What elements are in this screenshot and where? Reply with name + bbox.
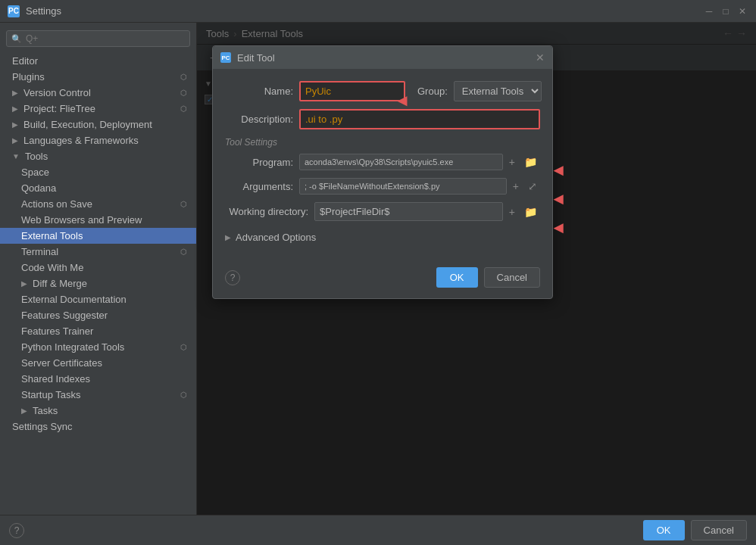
modal-help-button[interactable]: ?: [225, 270, 240, 285]
sidebar-item-label: External Tools: [21, 230, 83, 241]
sidebar-item-tasks[interactable]: ▶ Tasks: [0, 403, 196, 419]
external-icon: ⬡: [180, 104, 187, 113]
expand-arrow-icon: ▶: [21, 406, 27, 415]
working-dir-row: Working directory: + 📁: [225, 202, 540, 221]
external-icon: ⬡: [180, 200, 187, 208]
bottom-bar: ? OK Cancel: [0, 515, 756, 545]
sidebar-item-label: External Documentation: [21, 294, 127, 305]
expand-arrow-icon: ▶: [12, 120, 18, 129]
sidebar-item-diff-merge[interactable]: ▶ Diff & Merge: [0, 276, 196, 291]
sidebar-item-server-certificates[interactable]: Server Certificates: [0, 355, 196, 371]
sidebar-item-external-documentation[interactable]: External Documentation: [0, 291, 196, 307]
working-dir-input[interactable]: [314, 202, 503, 221]
sidebar-item-label: Code With Me: [21, 262, 83, 273]
sidebar-item-startup-tasks[interactable]: Startup Tasks ⬡: [0, 387, 196, 403]
sidebar-item-label: Python Integrated Tools: [21, 341, 124, 353]
external-icon: ⬡: [180, 248, 187, 256]
name-input[interactable]: [299, 81, 405, 101]
tool-settings-label: Tool Settings: [225, 137, 540, 148]
sidebar-item-label: Languages & Frameworks: [23, 135, 139, 146]
search-input[interactable]: [26, 33, 185, 44]
sidebar-item-label: Editor: [12, 55, 38, 67]
sidebar-item-features-trainer[interactable]: Features Trainer: [0, 323, 196, 339]
sidebar-item-label: Qodana: [21, 182, 56, 194]
sidebar-item-plugins[interactable]: Plugins ⬡: [0, 69, 196, 85]
title-bar: PC Settings ─ □ ✕: [0, 0, 756, 23]
expand-arrow-icon: ▶: [21, 279, 27, 288]
sidebar-item-label: Terminal: [21, 246, 58, 257]
sidebar-item-label: Project: FlieTree: [23, 103, 95, 114]
close-button[interactable]: ✕: [736, 5, 748, 17]
sidebar-item-web-browsers[interactable]: Web Browsers and Preview: [0, 212, 196, 228]
program-input[interactable]: [299, 154, 503, 170]
external-icon: ⬡: [180, 343, 187, 351]
program-input-group: + 📁: [299, 154, 540, 170]
description-input[interactable]: [299, 109, 540, 129]
sidebar-item-code-with-me[interactable]: Code With Me: [0, 260, 196, 276]
search-icon: 🔍: [11, 34, 22, 44]
sidebar-item-build[interactable]: ▶ Build, Execution, Deployment: [0, 117, 196, 132]
cancel-button[interactable]: Cancel: [691, 520, 747, 540]
sidebar: 🔍 Editor Plugins ⬡ ▶ Version Control ⬡ ▶…: [0, 23, 197, 515]
program-browse-btn[interactable]: 📁: [521, 154, 540, 170]
sidebar-item-settings-sync[interactable]: Settings Sync: [0, 419, 196, 434]
expand-arrow-icon: ▶: [12, 104, 18, 113]
modal-icon: PC: [220, 52, 231, 63]
group-select[interactable]: External Tools: [454, 81, 542, 101]
sidebar-item-shared-indexes[interactable]: Shared Indexes: [0, 371, 196, 387]
working-dir-add-btn[interactable]: +: [506, 204, 518, 220]
modal-title-bar: PC Edit Tool ✕: [213, 46, 552, 69]
modal-ok-button[interactable]: OK: [436, 267, 478, 288]
content-area: Tools › External Tools ← → + − ✎ ▲ ▼ ⎘ ▼…: [197, 23, 756, 515]
modal-title: Edit Tool: [237, 52, 530, 64]
advanced-options[interactable]: ▶ Advanced Options: [225, 229, 540, 249]
name-row: Name: Group: External Tools: [225, 81, 540, 101]
bottom-bar-right: OK Cancel: [643, 520, 747, 540]
arguments-input[interactable]: [299, 178, 507, 195]
sidebar-item-terminal[interactable]: Terminal ⬡: [0, 244, 196, 260]
sidebar-item-project[interactable]: ▶ Project: FlieTree ⬡: [0, 101, 196, 117]
minimize-button[interactable]: ─: [703, 5, 715, 17]
sidebar-item-qodana[interactable]: Qodana: [0, 180, 196, 196]
arguments-add-btn[interactable]: +: [510, 179, 522, 194]
sidebar-item-label: Shared Indexes: [21, 373, 90, 385]
external-icon: ⬡: [180, 391, 187, 399]
ok-button[interactable]: OK: [643, 520, 685, 540]
search-box[interactable]: 🔍: [6, 30, 190, 47]
help-button[interactable]: ?: [9, 523, 24, 538]
modal-close-button[interactable]: ✕: [536, 51, 545, 64]
group-label: Group:: [417, 86, 448, 97]
window-controls: ─ □ ✕: [703, 5, 748, 17]
sidebar-item-label: Features Trainer: [21, 325, 93, 337]
sidebar-item-tools[interactable]: ▼ Tools: [0, 148, 196, 164]
external-icon: ⬡: [180, 89, 187, 97]
sidebar-item-actions-on-save[interactable]: Actions on Save ⬡: [0, 196, 196, 212]
sidebar-item-label: Diff & Merge: [33, 278, 87, 289]
description-row: Description:: [225, 109, 540, 129]
program-row: Program: + 📁: [225, 154, 540, 170]
program-add-btn[interactable]: +: [506, 154, 518, 170]
sidebar-item-external-tools[interactable]: External Tools: [0, 228, 196, 244]
expand-arrow-icon: ▼: [12, 152, 20, 160]
main-container: 🔍 Editor Plugins ⬡ ▶ Version Control ⬡ ▶…: [0, 23, 756, 515]
sidebar-item-label: Startup Tasks: [21, 389, 81, 400]
sidebar-item-space[interactable]: Space: [0, 164, 196, 180]
sidebar-item-python-integrated-tools[interactable]: Python Integrated Tools ⬡: [0, 339, 196, 355]
sidebar-item-label: Features Suggester: [21, 310, 108, 321]
sidebar-item-editor[interactable]: Editor: [0, 53, 196, 69]
sidebar-item-label: Actions on Save: [21, 198, 92, 210]
modal-body: Name: Group: External Tools Description:…: [213, 69, 552, 261]
modal-cancel-button[interactable]: Cancel: [484, 267, 540, 288]
sidebar-item-label: Web Browsers and Preview: [21, 214, 142, 226]
working-dir-browse-btn[interactable]: 📁: [521, 204, 540, 220]
sidebar-item-features-suggester[interactable]: Features Suggester: [0, 307, 196, 323]
sidebar-item-label: Plugins: [12, 71, 45, 83]
sidebar-item-version-control[interactable]: ▶ Version Control ⬡: [0, 85, 196, 101]
sidebar-item-languages[interactable]: ▶ Languages & Frameworks: [0, 132, 196, 148]
arguments-row: Arguments: + ⤢: [225, 178, 540, 195]
arguments-expand-btn[interactable]: ⤢: [525, 179, 540, 194]
sidebar-item-label: Tasks: [33, 405, 58, 416]
expand-arrow-icon: ▶: [12, 89, 18, 97]
sidebar-item-label: Space: [21, 167, 49, 178]
maximize-button[interactable]: □: [720, 5, 732, 17]
